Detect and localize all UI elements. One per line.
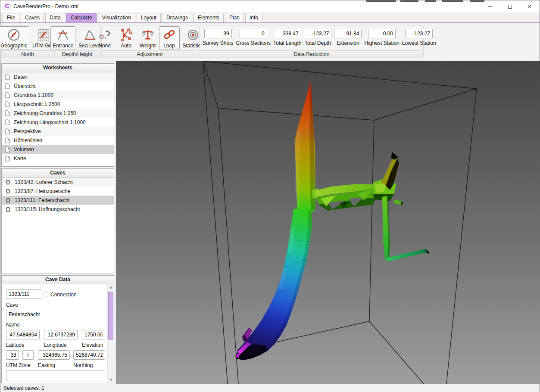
utm-zone-field[interactable] — [6, 350, 19, 360]
connection-checkbox[interactable] — [43, 292, 48, 297]
name-field-label: Name — [6, 322, 20, 328]
balance-scale-icon — [140, 27, 156, 43]
worksheet-item-label: Zeichnung Grundriss 1:250 — [14, 110, 76, 116]
data-reduction-field: Highest Station — [364, 29, 399, 46]
menu-tab[interactable]: Caves — [21, 13, 44, 22]
adjustment-weight-button[interactable]: Weight — [137, 26, 158, 50]
menu-tab[interactable]: Info — [245, 13, 262, 22]
cave-item-label: 1323/42: Loferer Schacht — [15, 179, 73, 185]
sidebar: Worksheets Daten Übersicht Gr — [0, 61, 116, 384]
notes-field[interactable] — [6, 370, 105, 382]
data-reduction-field: Cross Sections — [236, 29, 271, 46]
omega-cave-icon: Ω — [5, 205, 11, 213]
data-reduction-value[interactable] — [240, 29, 267, 38]
scroll-down-icon[interactable]: ∨ — [108, 376, 114, 383]
data-reduction-field: Survey Shots — [203, 29, 233, 46]
worksheets-list: Daten Übersicht Grundriss 1:1000 — [2, 72, 114, 163]
scroll-up-icon[interactable]: ∧ — [108, 284, 114, 291]
northing-label: Northing — [73, 362, 93, 368]
cave-item[interactable]: Ω 1323/115: Hoffnungsschacht — [2, 205, 114, 214]
menu-tab-label: File — [7, 15, 15, 21]
cave-item[interactable]: Ω 1323/42: Loferer Schacht — [2, 177, 114, 187]
data-reduction-value[interactable] — [204, 29, 232, 38]
utm-band-field[interactable] — [22, 350, 34, 360]
cave-id-field[interactable] — [6, 289, 42, 299]
document-icon — [5, 137, 10, 143]
worksheet-item[interactable]: Volumen — [2, 145, 114, 154]
document-icon — [5, 83, 10, 89]
data-reduction-label: Cross Sections — [236, 40, 271, 46]
caves-panel: Caves Ω 1323/42: Loferer Schacht Ω 1323/… — [1, 168, 114, 274]
caves-list: Ω 1323/42: Loferer Schacht Ω 1323/87: He… — [2, 177, 114, 214]
latitude-label: Latitude — [6, 342, 25, 348]
cave-data-scrollbar[interactable]: ∧ ∨ — [107, 284, 114, 383]
adjustment-auto-button[interactable]: Auto — [116, 26, 137, 50]
broken-link-icon — [97, 27, 113, 43]
menu-tab[interactable]: Data — [45, 13, 65, 22]
cave-item[interactable]: Ω 1323/111: Federschacht — [2, 196, 114, 205]
worksheet-item[interactable]: Karte — [2, 154, 114, 163]
ribbon-group-adjustment: None Auto Weight — [101, 25, 198, 58]
window-title: CaveRenderPro - Demo.xml — [13, 3, 78, 9]
utm-zone-label: UTM Zone — [6, 362, 31, 368]
document-icon — [5, 156, 10, 162]
menu-tab[interactable]: Elements — [194, 13, 224, 22]
geographic-button[interactable]: Geographic — [0, 26, 29, 50]
data-reduction-value[interactable] — [368, 29, 396, 38]
document-icon — [5, 101, 10, 107]
data-reduction-value[interactable] — [405, 29, 433, 38]
latitude-field[interactable] — [6, 330, 40, 339]
data-reduction-field: Lowest Station — [402, 29, 436, 46]
scrollbar-thumb[interactable] — [108, 292, 113, 340]
worksheet-item[interactable]: Zeichnung Längsschnitt 1:1000 — [2, 118, 114, 127]
data-reduction-value[interactable] — [274, 29, 301, 38]
cave-item[interactable]: Ω 1323/87: Heinzquetsche — [2, 187, 114, 196]
menu-tab[interactable]: File — [3, 13, 19, 22]
cave-item-label: 1323/115: Hoffnungsschacht — [15, 206, 80, 212]
screen-artifact — [400, 0, 418, 2]
adjustment-loop-label: Loop — [163, 43, 175, 49]
worksheet-item-label: Höhlenlinien — [14, 137, 42, 143]
worksheet-item[interactable]: Übersicht — [2, 81, 114, 90]
entrance-button[interactable]: Entrance — [50, 26, 75, 50]
cave-name-field[interactable] — [6, 310, 105, 319]
worksheet-item[interactable]: Längsschnitt 1:2500 — [2, 100, 114, 109]
3d-viewport[interactable] — [116, 61, 540, 384]
document-icon — [5, 92, 10, 98]
worksheet-item[interactable]: Daten — [2, 72, 114, 81]
minimize-button[interactable] — [480, 0, 500, 12]
menu-tab[interactable]: Plan — [225, 13, 244, 22]
adjustment-loop-button[interactable]: Loop — [159, 26, 180, 50]
adjustment-none-button[interactable]: None — [94, 26, 115, 50]
menu-tab-label: Info — [250, 15, 258, 21]
maximize-icon — [508, 5, 512, 9]
menu-tab[interactable]: Visualization — [98, 13, 135, 22]
worksheet-item[interactable]: Zeichnung Grundriss 1:250 — [2, 109, 114, 118]
north-group-label: North — [3, 50, 53, 58]
adjustment-none-label: None — [98, 43, 111, 49]
data-reduction-group-label: Data Reduction — [200, 50, 423, 58]
worksheet-item[interactable]: Höhlenlinien — [2, 136, 114, 145]
menu-tab[interactable]: Layout — [137, 13, 161, 22]
longitude-field[interactable] — [44, 330, 78, 339]
maximize-button[interactable] — [500, 0, 520, 12]
worksheet-item[interactable]: Perspektive — [2, 127, 114, 136]
elevation-label: Elevation — [82, 342, 103, 348]
close-icon: ✕ — [528, 3, 532, 9]
menu-tab[interactable]: Drawings — [162, 13, 192, 22]
worksheet-item[interactable]: Grundriss 1:1000 — [2, 90, 114, 100]
close-button[interactable]: ✕ — [520, 0, 540, 12]
screen-artifact — [366, 0, 396, 2]
data-reduction-value[interactable] — [334, 29, 362, 38]
adjustment-auto-label: Auto — [121, 43, 131, 49]
cave-item-label: 1323/111: Federschacht — [15, 197, 70, 203]
document-icon — [5, 128, 10, 134]
easting-label: Easting — [38, 362, 55, 368]
adjustment-weight-label: Weight — [140, 43, 156, 49]
northing-field[interactable] — [73, 350, 105, 360]
worksheet-item-label: Übersicht — [14, 83, 36, 89]
data-reduction-value[interactable] — [304, 29, 331, 38]
menu-tab[interactable]: Calculate — [66, 13, 97, 22]
easting-field[interactable] — [38, 350, 70, 360]
elevation-field[interactable] — [82, 330, 105, 339]
